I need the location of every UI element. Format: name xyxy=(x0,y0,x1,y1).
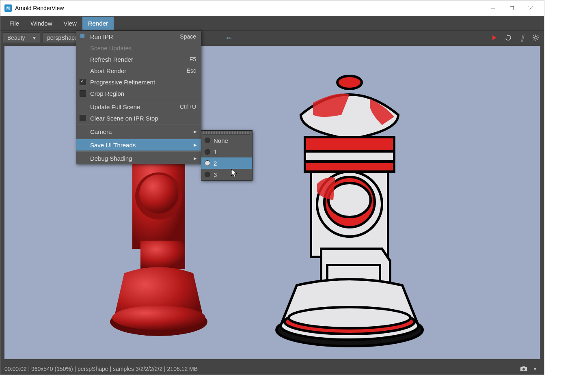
checkbox-icon xyxy=(80,79,86,85)
aov-dropdown[interactable]: Beauty ▾ xyxy=(3,32,40,43)
chevron-down-icon[interactable]: ▼ xyxy=(530,364,540,373)
menu-window[interactable]: Window xyxy=(25,17,58,30)
radio-icon xyxy=(205,138,210,143)
menu-item-shortcut: Ctrl+U xyxy=(180,103,196,110)
menu-abort-render[interactable]: Abort Render Esc xyxy=(76,65,201,76)
menu-progressive-refinement[interactable]: Progressive Refinement xyxy=(76,76,201,88)
menu-item-label: Clear Scene on IPR Stop xyxy=(90,115,158,122)
svg-rect-33 xyxy=(80,34,84,38)
menu-separator xyxy=(76,125,201,125)
menu-item-label: Save UI Threads xyxy=(90,142,136,149)
window-controls xyxy=(484,1,540,15)
svg-point-23 xyxy=(337,76,362,89)
svg-point-22 xyxy=(112,306,205,330)
menu-separator xyxy=(76,100,201,100)
menu-file[interactable]: File xyxy=(4,17,25,30)
menu-clear-scene-on-ipr-stop[interactable]: Clear Scene on IPR Stop xyxy=(76,112,201,124)
radio-icon xyxy=(205,160,210,166)
menu-save-ui-threads[interactable]: Save UI Threads ▸ xyxy=(76,139,201,151)
threads-option-3[interactable]: 3 xyxy=(201,169,252,180)
submenu-grip[interactable] xyxy=(203,131,250,135)
menu-item-label: Scene Updates xyxy=(90,45,132,52)
chevron-right-icon: ▸ xyxy=(194,155,197,162)
window-title: Arnold RenderView xyxy=(15,5,484,11)
threads-option-none[interactable]: None xyxy=(201,135,252,146)
close-button[interactable] xyxy=(521,1,540,15)
svg-point-37 xyxy=(522,368,525,370)
menu-item-shortcut: Esc xyxy=(187,67,196,74)
camera-snap-icon[interactable] xyxy=(519,364,529,373)
svg-point-32 xyxy=(289,307,410,328)
svg-line-14 xyxy=(533,39,534,40)
menu-item-label: Run IPR xyxy=(90,33,113,40)
radio-icon xyxy=(205,172,210,177)
menu-crop-region[interactable]: Crop Region xyxy=(76,88,201,99)
menu-refresh-render[interactable]: Refresh Render F5 xyxy=(76,54,201,65)
svg-point-27 xyxy=(328,183,371,217)
menu-render[interactable]: Render xyxy=(82,17,114,30)
svg-marker-4 xyxy=(492,35,496,40)
app-window: M Arnold RenderView File Window View Ren… xyxy=(0,0,544,375)
threads-option-1[interactable]: 1 xyxy=(201,146,252,157)
submenu-item-label: 3 xyxy=(214,171,217,178)
statusbar: 00:00:02 | 960x540 (150%) | perspShape |… xyxy=(0,363,544,375)
chevron-right-icon: ▸ xyxy=(194,141,197,149)
threads-option-2[interactable]: 2 xyxy=(201,157,252,169)
menu-item-label: Progressive Refinement xyxy=(90,79,155,86)
maximize-button[interactable] xyxy=(503,1,521,15)
camera-dropdown[interactable]: perspShape xyxy=(43,32,80,43)
menu-item-shortcut: F5 xyxy=(190,56,196,62)
refresh-icon[interactable] xyxy=(503,32,514,43)
checkbox-icon xyxy=(80,115,86,121)
menu-item-label: Update Full Scene xyxy=(90,103,140,110)
menu-separator xyxy=(76,138,201,138)
submenu-item-label: 2 xyxy=(214,160,217,167)
run-icon xyxy=(80,33,86,40)
checkbox-icon xyxy=(80,90,86,97)
menu-item-label: Debug Shading xyxy=(90,155,132,162)
play-icon[interactable] xyxy=(489,32,500,43)
menu-item-label: Abort Render xyxy=(90,67,126,74)
minimize-button[interactable] xyxy=(484,1,503,15)
menu-item-shortcut: Space xyxy=(180,33,196,40)
menu-debug-shading[interactable]: Debug Shading ▸ xyxy=(76,153,201,164)
gear-icon[interactable] xyxy=(530,32,542,43)
menubar: File Window View Render xyxy=(0,16,544,30)
svg-rect-36 xyxy=(522,366,525,368)
log-icon[interactable]: LOG xyxy=(223,32,234,43)
svg-line-12 xyxy=(537,39,538,40)
svg-rect-1 xyxy=(510,6,514,10)
menu-run-ipr[interactable]: Run IPR Space xyxy=(76,31,201,42)
svg-line-13 xyxy=(537,35,538,36)
radio-icon xyxy=(205,149,210,155)
app-icon: M xyxy=(4,4,12,12)
chevron-down-icon: ▾ xyxy=(33,34,36,41)
menu-update-full-scene[interactable]: Update Full Scene Ctrl+U xyxy=(76,101,201,112)
svg-line-11 xyxy=(533,35,534,36)
svg-point-19 xyxy=(139,174,178,213)
status-text: 00:00:02 | 960x540 (150%) | perspShape |… xyxy=(4,366,198,372)
submenu-item-label: None xyxy=(214,137,228,144)
camera-label: perspShape xyxy=(47,34,78,41)
menu-item-label: Refresh Render xyxy=(90,56,133,63)
svg-marker-5 xyxy=(507,34,508,37)
submenu-item-label: 1 xyxy=(214,149,217,155)
menu-item-label: Crop Region xyxy=(90,90,124,97)
render-dropdown-menu: Run IPR Space Scene Updates Refresh Rend… xyxy=(76,30,201,164)
menu-separator xyxy=(76,151,201,152)
menu-view[interactable]: View xyxy=(58,17,82,30)
menu-item-label: Camera xyxy=(90,128,112,135)
menu-scene-updates: Scene Updates xyxy=(76,42,201,54)
titlebar: M Arnold RenderView xyxy=(0,0,544,16)
chevron-right-icon: ▸ xyxy=(194,128,197,135)
svg-point-6 xyxy=(535,37,537,39)
save-ui-threads-submenu: None 1 2 3 xyxy=(201,130,252,181)
debug-icon[interactable]: ∥ xyxy=(516,32,528,43)
render-object-right xyxy=(264,58,435,354)
aov-label: Beauty xyxy=(7,34,25,41)
menu-camera[interactable]: Camera ▸ xyxy=(76,126,201,137)
